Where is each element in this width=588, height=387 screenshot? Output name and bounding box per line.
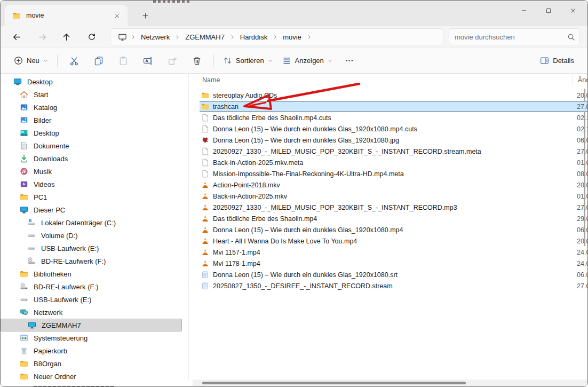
details-pane-button[interactable]: Details — [535, 53, 579, 68]
breadcrumb-chevron-icon[interactable] — [228, 35, 236, 40]
breadcrumb-chevron-icon[interactable] — [173, 35, 181, 40]
search-input[interactable] — [454, 33, 567, 42]
breadcrumb-item-movie[interactable]: movie — [279, 31, 305, 43]
control-panel-icon — [20, 334, 28, 342]
breadcrumb-item-zgemmah7[interactable]: ZGEMMAH7 — [181, 31, 228, 43]
refresh-button[interactable] — [83, 28, 100, 45]
network-pc-icon — [28, 321, 36, 329]
file-row-action-point-2018-mkv[interactable]: Action-Point-2018.mkv20.0 — [200, 179, 587, 191]
breadcrumb-item-netzwerk[interactable]: Netzwerk — [137, 31, 173, 43]
file-name: Mvi 1178-1.mp4 — [213, 260, 260, 267]
sidebar-item-bd-re-laufwerk-f[interactable]: BD-RE-Laufwerk (F:) — [1, 255, 188, 267]
sidebar-item-label: USB-Laufwerk (E:) — [34, 296, 91, 304]
sidebar-item-netzwerk[interactable]: Netzwerk — [1, 306, 188, 319]
column-header-modified[interactable]: Änd — [578, 76, 588, 84]
sidebar-item-volume-d[interactable]: Volume (D:) — [1, 229, 188, 242]
sidebar-item-systemsteuerung[interactable]: Systemsteuerung — [1, 331, 188, 344]
sort-button[interactable]: Sortieren — [218, 53, 277, 68]
sidebar-item-label: B8Organ — [34, 360, 61, 368]
sidebar-item-videos[interactable]: Videos — [1, 178, 188, 191]
drive-disc-icon — [27, 257, 36, 265]
tab-strip: movie — [1, 1, 587, 26]
up-button[interactable] — [58, 28, 75, 45]
sidebar-item-downloads[interactable]: Downloads — [1, 152, 188, 165]
file-row-donna-leon-15-wie-durch-ein-dunkles-glas-1[interactable]: Donna Leon (15) – Wie durch ein dunkles … — [200, 123, 587, 135]
sidebar-item-musik[interactable]: Musik — [1, 165, 188, 178]
cut-button[interactable] — [62, 52, 86, 70]
sidebar-item-neuer-ordner[interactable]: Neuer Ordner — [1, 370, 188, 383]
sidebar-item-desktop[interactable]: Desktop — [1, 75, 188, 88]
file-row-20250927-1330-miled-music-pop-320kbit-s-in[interactable]: 20250927_1330_-_MILED_MUSIC_POP_320KBIT_… — [200, 146, 587, 157]
sidebar-item-usb-laufwerk-e[interactable]: USB-Laufwerk (E:) — [1, 242, 188, 255]
monitor-icon — [13, 77, 22, 86]
new-tab-button[interactable] — [138, 9, 152, 22]
sidebar-item-dieser-pc[interactable]: Dieser PC — [1, 203, 188, 216]
delete-button[interactable] — [185, 52, 209, 70]
folder-icon — [201, 102, 209, 110]
file-row-back-in-action-2025-mkv[interactable]: Back-in-Action-2025.mkv01.0 — [200, 191, 587, 202]
sidebar-item-label: Neuer Ordner — [34, 373, 76, 381]
sidebar-item-bibliotheken[interactable]: Bibliotheken — [1, 267, 188, 280]
file-row-trashcan[interactable]: trashcan27.0 — [200, 101, 587, 112]
more-button[interactable] — [337, 52, 362, 70]
sidebar-item-pc1[interactable]: PC1 — [1, 191, 188, 203]
file-row-mvi-1178-1-mp4[interactable]: Mvi 1178-1.mp424.0 — [200, 258, 587, 269]
this-pc-icon[interactable] — [114, 33, 129, 42]
file-row-heart-all-i-wanna-do-is-make-love-to-you-m[interactable]: Heart - All I Wanna Do Is Make Love To Y… — [200, 235, 587, 247]
sidebar-item-desktop[interactable]: Desktop — [1, 127, 188, 139]
horizontal-scrollbar-thumb[interactable] — [202, 382, 466, 384]
horizontal-scrollbar[interactable] — [193, 380, 587, 386]
file-row-20250827-1350-desiree-instant-record-strea[interactable]: 20250827_1350_-_DESIREE_-_INSTANT_RECORD… — [200, 280, 587, 291]
sidebar-item-katalog[interactable]: Katalog — [1, 101, 188, 114]
file-row-donna-leon-15-wie-durch-ein-dunkles-glas-1[interactable]: Donna Leon (15) – Wie durch ein dunkles … — [200, 224, 587, 235]
view-button[interactable]: Anzeigen — [277, 53, 337, 68]
sidebar-item-label: Dieser PC — [34, 206, 65, 214]
sidebar-item-b8organ[interactable]: B8Organ — [1, 357, 188, 370]
home-icon — [20, 90, 28, 99]
paste-button — [111, 52, 136, 70]
file-modified-date: 20.0 — [577, 92, 588, 99]
file-row-back-in-action-2025-mkv-meta[interactable]: Back-in-Action-2025.mkv.meta01.0 — [200, 157, 587, 168]
file-row-mvi-1157-1-mp4[interactable]: Mvi 1157-1.mp424.0 — [200, 247, 587, 258]
sidebar-item-cutoff[interactable] — [1, 383, 188, 386]
breadcrumb-chevron-icon[interactable] — [129, 35, 137, 40]
sidebar-item-dokumente[interactable]: Dokumente — [1, 139, 188, 152]
column-separator[interactable] — [573, 76, 573, 85]
file-row-donna-leon-15-wie-durch-ein-dunkles-glas-1[interactable]: Donna Leon (15) – Wie durch ein dunkles … — [200, 135, 587, 146]
breadcrumb-chevron-icon[interactable] — [271, 35, 279, 40]
column-header-name[interactable]: Name — [202, 76, 220, 84]
tab-close-icon[interactable] — [110, 9, 123, 22]
sidebar-item-lokaler-datentr-ger-c[interactable]: Lokaler Datenträger (C:) — [1, 216, 188, 229]
sidebar-item-start[interactable]: Start — [1, 88, 188, 101]
sidebar-item-usb-laufwerk-e[interactable]: USB-Laufwerk (E:) — [1, 293, 188, 306]
maximize-button[interactable] — [536, 2, 561, 20]
back-button[interactable] — [8, 28, 25, 45]
folder-icon — [20, 385, 28, 386]
tab-movie[interactable]: movie — [5, 5, 128, 26]
file-row-das-t-dliche-erbe-des-shaolin-mp4[interactable]: Das tödliche Erbe des Shaolin.mp429.0 — [200, 213, 587, 224]
file-row-mission-impossible-the-final-reckoning-4k-[interactable]: Mission-Impossible-The-Final-Reckoning-4… — [200, 168, 587, 179]
file-row-das-t-dliche-erbe-des-shaolin-mp4-cuts[interactable]: Das tödliche Erbe des Shaolin.mp4.cuts02… — [200, 112, 587, 123]
sidebar-item-bd-re-laufwerk-f[interactable]: BD-RE-Laufwerk (F:) — [1, 280, 188, 293]
file-icon — [201, 114, 209, 122]
file-row-donna-leon-15-wie-durch-ein-dunkles-glas-1[interactable]: Donna Leon (15) – Wie durch ein dunkles … — [200, 269, 587, 280]
copy-button[interactable] — [86, 52, 111, 70]
file-modified-date: 08.0 — [577, 170, 588, 178]
file-row-20250927-1330-miled-music-pop-320kbit-s-in[interactable]: 20250927_1330_-_MILED_MUSIC_POP_320KBIT_… — [200, 202, 587, 213]
file-name: Back-in-Action-2025.mkv.meta — [213, 159, 303, 167]
minimize-button[interactable] — [512, 2, 536, 20]
videos-icon — [20, 180, 28, 188]
sidebar-item-bilder[interactable]: Bilder — [1, 114, 188, 127]
breadcrumb-item-harddisk[interactable]: Harddisk — [236, 31, 271, 43]
sidebar-item-zgemmah7[interactable]: ZGEMMAH7 — [1, 319, 182, 331]
close-button[interactable] — [561, 2, 585, 20]
breadcrumb-chevron-icon[interactable] — [305, 35, 313, 40]
rename-button[interactable] — [136, 52, 160, 70]
monitor-icon — [20, 206, 28, 214]
file-name: Donna Leon (15) – Wie durch ein dunkles … — [213, 271, 398, 279]
sidebar-item-papierkorb[interactable]: Papierkorb — [1, 344, 188, 357]
new-button[interactable]: Neu — [9, 53, 53, 68]
search-icon[interactable] — [567, 33, 575, 41]
sidebar-item-label: PC1 — [34, 193, 47, 201]
file-row-stereoplay-audio-cds[interactable]: stereoplay Audio CDs20.0 — [200, 90, 587, 101]
